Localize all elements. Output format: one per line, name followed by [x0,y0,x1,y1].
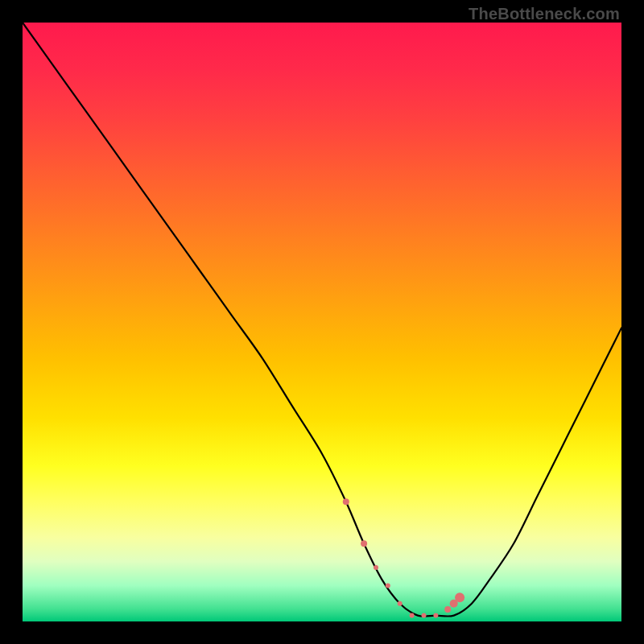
highlight-marker [444,606,451,613]
highlight-marker [455,592,464,602]
highlight-marker [361,540,367,547]
highlight-marker [410,613,415,618]
curve-svg [23,23,621,621]
plot-area [23,23,621,621]
highlight-marker [422,613,427,618]
attribution-label: TheBottleneck.com [469,5,620,23]
highlight-marker [398,601,402,606]
bottleneck-curve [23,23,621,617]
highlight-marker [433,613,438,618]
chart-frame: TheBottleneck.com [0,0,644,644]
highlight-marker [386,583,390,588]
highlight-marker [343,498,349,505]
marker-group [343,498,464,617]
highlight-marker [374,565,378,570]
